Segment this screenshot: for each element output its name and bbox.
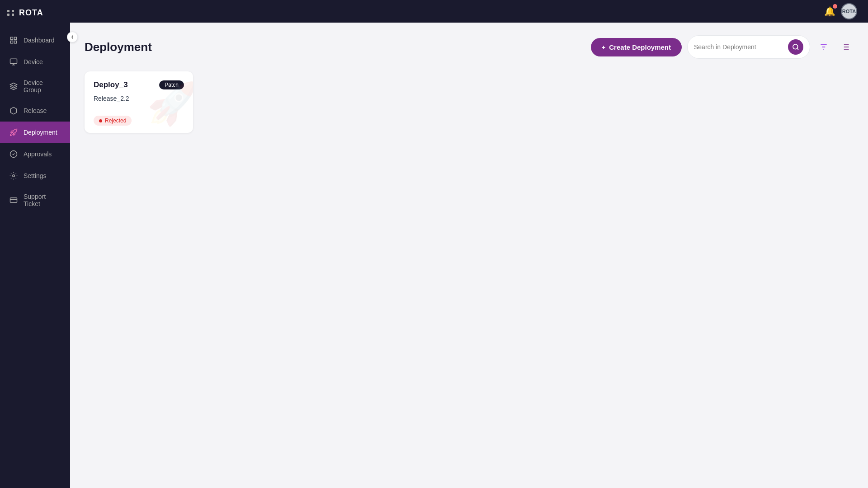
status-label: Rejected xyxy=(105,117,126,124)
settings-icon xyxy=(9,171,18,180)
svg-rect-0 xyxy=(10,37,13,39)
monitor-icon xyxy=(9,57,18,66)
sidebar-item-support-ticket[interactable]: Support Ticket xyxy=(0,187,70,214)
deployment-cards-grid: Deploy_3 Patch Release_2.2 🚀 Rejected xyxy=(85,71,854,133)
app-logo: ROTA xyxy=(0,0,70,26)
sidebar-nav: Dashboard Device Device Group xyxy=(0,26,70,488)
svg-marker-7 xyxy=(10,83,17,87)
box-icon xyxy=(9,106,18,115)
sidebar-label-support-ticket: Support Ticket xyxy=(24,193,61,207)
list-view-button[interactable] xyxy=(837,39,854,55)
main-content: Deployment + Create Deployment xyxy=(70,23,868,488)
sidebar-item-approvals[interactable]: Approvals xyxy=(0,143,70,165)
sidebar-label-approvals: Approvals xyxy=(24,150,52,158)
avatar[interactable]: ROTA xyxy=(841,3,857,19)
check-circle-icon xyxy=(9,150,18,159)
dots-icon xyxy=(7,10,14,16)
svg-rect-10 xyxy=(10,198,17,203)
svg-rect-4 xyxy=(10,59,17,64)
sidebar-item-release[interactable]: Release xyxy=(0,100,70,122)
sidebar-item-deployment[interactable]: Deployment xyxy=(0,122,70,143)
card-release: Release_2.2 xyxy=(94,95,184,102)
svg-rect-3 xyxy=(14,41,17,43)
card-top: Deploy_3 Patch xyxy=(94,80,184,89)
filter-button[interactable] xyxy=(816,39,832,55)
deployment-card[interactable]: Deploy_3 Patch Release_2.2 🚀 Rejected xyxy=(85,71,193,133)
app-name: ROTA xyxy=(19,8,43,18)
search-input[interactable] xyxy=(694,43,784,51)
notification-bell[interactable]: 🔔 xyxy=(824,6,835,17)
topbar: 🔔 ROTA xyxy=(70,0,868,23)
card-status: Rejected xyxy=(94,116,132,126)
svg-point-12 xyxy=(793,44,798,49)
sidebar-item-settings[interactable]: Settings xyxy=(0,165,70,187)
sidebar-item-device-group[interactable]: Device Group xyxy=(0,73,70,100)
create-deployment-button[interactable]: + Create Deployment xyxy=(591,38,682,56)
grid-icon xyxy=(9,36,18,45)
sidebar: ROTA Dashboard Device xyxy=(0,0,70,488)
sidebar-label-release: Release xyxy=(24,107,47,114)
sidebar-label-deployment: Deployment xyxy=(24,129,57,136)
layers-icon xyxy=(9,82,18,91)
notification-badge xyxy=(833,4,837,9)
content-area: Deployment + Create Deployment xyxy=(70,23,868,488)
status-dot xyxy=(99,119,102,122)
svg-rect-1 xyxy=(14,37,17,39)
page-header: Deployment + Create Deployment xyxy=(85,35,854,59)
plus-icon: + xyxy=(602,43,606,51)
header-actions: + Create Deployment xyxy=(591,35,854,59)
page-title: Deployment xyxy=(85,40,152,54)
svg-point-9 xyxy=(13,175,15,177)
svg-rect-2 xyxy=(10,41,13,43)
card-name: Deploy_3 xyxy=(94,80,128,89)
card-badge: Patch xyxy=(159,80,184,89)
sidebar-item-dashboard[interactable]: Dashboard xyxy=(0,29,70,51)
ticket-icon xyxy=(9,196,18,205)
sidebar-label-device: Device xyxy=(24,58,43,66)
search-button[interactable] xyxy=(788,39,803,55)
create-button-label: Create Deployment xyxy=(609,43,671,51)
search-box xyxy=(687,35,810,59)
rocket-icon xyxy=(9,128,18,137)
sidebar-label-dashboard: Dashboard xyxy=(24,37,55,44)
sidebar-item-device[interactable]: Device xyxy=(0,51,70,73)
svg-line-13 xyxy=(797,48,798,50)
sidebar-label-settings: Settings xyxy=(24,172,47,179)
sidebar-label-device-group: Device Group xyxy=(24,79,61,94)
main-wrapper: 🔔 ROTA Deployment + Create Deployment xyxy=(70,0,868,488)
